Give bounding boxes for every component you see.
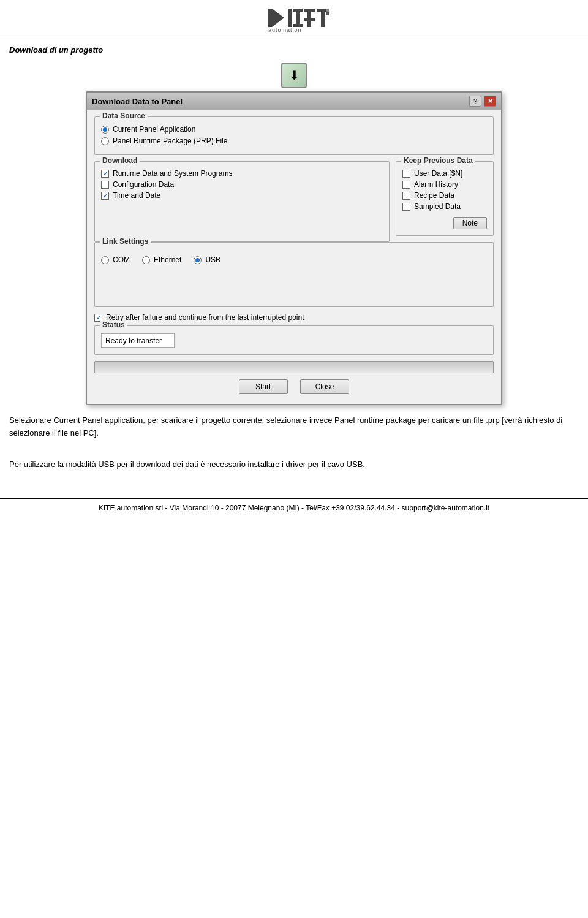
svg-rect-9 [304, 18, 315, 21]
radio-row-2[interactable]: Panel Runtime Package (PRP) File [101, 137, 487, 145]
start-button[interactable]: Start [239, 379, 288, 394]
radio-prp-file[interactable] [101, 137, 109, 145]
close-button[interactable]: Close [300, 379, 350, 394]
radio-com-label: COM [113, 256, 130, 264]
close-x-button[interactable]: ✕ [484, 96, 496, 107]
radio-prp-label: Panel Runtime Package (PRP) File [113, 137, 227, 145]
svg-marker-1 [272, 9, 284, 18]
chk-retry-label: Retry after failure and continue from th… [106, 313, 304, 322]
dialog-titlebar: Download Data to Panel ? ✕ [87, 93, 501, 110]
svg-rect-3 [288, 9, 292, 27]
link-settings-label: Link Settings [100, 237, 151, 246]
svg-rect-11 [321, 9, 325, 27]
chk-sampled-label: Sampled Data [414, 202, 461, 211]
note-button[interactable]: Note [453, 217, 487, 229]
page-title: Download di un progetto [0, 39, 588, 59]
radio-usb-row[interactable]: USB [194, 256, 221, 264]
chk-recipe[interactable] [402, 192, 410, 200]
chk-sampled[interactable] [402, 203, 410, 211]
svg-marker-2 [272, 18, 284, 27]
link-settings-group: Link Settings COM Ethernet U [94, 242, 494, 307]
chk-recipe-label: Recipe Data [414, 191, 454, 200]
chk-user-data-label: User Data [$N] [414, 169, 462, 178]
download-keep-row: Download Runtime Data and System Program… [94, 161, 494, 242]
header: automation [0, 0, 588, 39]
radio-ethernet[interactable] [142, 256, 150, 264]
radio-com[interactable] [101, 256, 109, 264]
checkbox-runtime[interactable]: Runtime Data and System Programs [101, 169, 383, 178]
progress-bar [94, 361, 494, 373]
download-group: Download Runtime Data and System Program… [94, 161, 390, 242]
radio-current-panel-label: Current Panel Application [113, 125, 195, 134]
svg-rect-0 [268, 9, 272, 27]
page-footer: KITE automation srl - Via Morandi 10 - 2… [0, 498, 588, 517]
dialog-footer: Start Close [94, 379, 494, 396]
radio-com-row[interactable]: COM [101, 256, 130, 264]
checkbox-time[interactable]: Time and Date [101, 191, 383, 200]
radio-ethernet-row[interactable]: Ethernet [142, 256, 181, 264]
body-text-2: Per utilizzare la modalità USB per il do… [0, 449, 588, 480]
keep-previous-content: User Data [$N] Alarm History Recipe Data [402, 169, 487, 229]
chk-config[interactable] [101, 181, 109, 189]
download-icon: ⬇ [281, 63, 307, 88]
dialog-title: Download Data to Panel [92, 97, 183, 106]
link-row: COM Ethernet USB [101, 252, 487, 267]
svg-rect-5 [296, 12, 300, 24]
radio-usb-label: USB [205, 256, 221, 264]
dialog-wrapper: Download Data to Panel ? ✕ Data Source C… [0, 91, 588, 405]
radio-usb[interactable] [194, 256, 202, 264]
svg-text:automation: automation [268, 27, 302, 33]
radio-row-1[interactable]: Current Panel Application [101, 125, 487, 134]
data-source-group: Data Source Current Panel Application Pa… [94, 116, 494, 155]
chk-runtime[interactable] [101, 170, 109, 178]
svg-rect-4 [293, 9, 303, 12]
radio-ethernet-label: Ethernet [154, 256, 181, 264]
status-group: Status Ready to transfer [94, 325, 494, 355]
download-icon-area: ⬇ [0, 63, 588, 88]
keep-previous-label: Keep Previous Data [401, 156, 475, 165]
link-settings-content: COM Ethernet USB [101, 252, 487, 300]
checkbox-alarm[interactable]: Alarm History [402, 180, 487, 189]
chk-runtime-label: Runtime Data and System Programs [113, 169, 232, 178]
svg-rect-13 [326, 12, 329, 15]
keep-col: Keep Previous Data User Data [$N] Alarm … [396, 161, 494, 242]
retry-row[interactable]: Retry after failure and continue from th… [94, 313, 494, 322]
body-text-1: Selezionare Current Panel application, p… [0, 405, 588, 449]
data-source-label: Data Source [100, 112, 148, 120]
chk-alarm-label: Alarm History [414, 180, 458, 189]
checkbox-config[interactable]: Configuration Data [101, 180, 383, 189]
chk-time-label: Time and Date [113, 191, 160, 200]
chk-user-data[interactable] [402, 170, 410, 178]
status-label: Status [100, 321, 127, 329]
checkbox-sampled[interactable]: Sampled Data [402, 202, 487, 211]
download-col: Download Runtime Data and System Program… [94, 161, 390, 242]
help-button[interactable]: ? [469, 96, 481, 107]
link-settings-space [101, 270, 487, 300]
chk-config-label: Configuration Data [113, 180, 174, 189]
logo: automation [257, 6, 331, 36]
checkbox-recipe[interactable]: Recipe Data [402, 191, 487, 200]
svg-rect-12 [326, 9, 329, 12]
status-content: Ready to transfer [101, 333, 487, 348]
download-content: Runtime Data and System Programs Configu… [101, 169, 383, 200]
download-label: Download [100, 156, 140, 165]
dialog-body: Data Source Current Panel Application Pa… [87, 110, 501, 404]
progress-bar-area [94, 361, 494, 373]
status-text: Ready to transfer [101, 333, 175, 348]
radio-current-panel[interactable] [101, 126, 109, 134]
chk-alarm[interactable] [402, 181, 410, 189]
dialog: Download Data to Panel ? ✕ Data Source C… [86, 91, 502, 405]
keep-previous-group: Keep Previous Data User Data [$N] Alarm … [396, 161, 494, 236]
chk-time[interactable] [101, 192, 109, 200]
dialog-controls: ? ✕ [469, 96, 496, 107]
checkbox-user-data[interactable]: User Data [$N] [402, 169, 487, 178]
note-area: Note [402, 214, 487, 229]
data-source-content: Current Panel Application Panel Runtime … [101, 125, 487, 145]
